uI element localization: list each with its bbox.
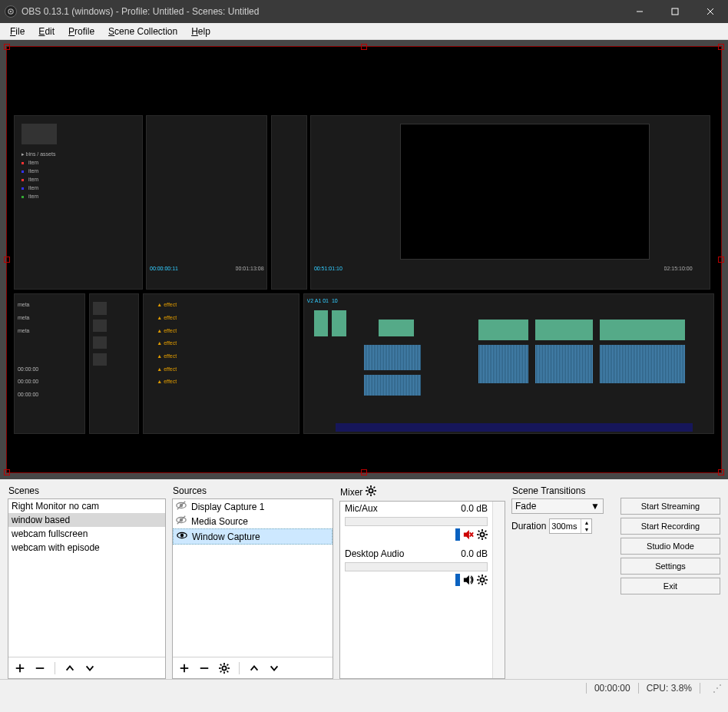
spinner-down[interactable]: ▼ — [581, 526, 591, 533]
preview-canvas[interactable]: ▸ bins / assets item item item item item… — [6, 46, 722, 473]
svg-line-25 — [220, 664, 222, 665]
source-label: Window Capture — [192, 532, 260, 542]
svg-rect-3 — [672, 8, 678, 15]
eye-off-icon[interactable] — [176, 515, 187, 528]
sources-move-down-button[interactable] — [267, 661, 281, 675]
transitions-panel: Scene Transitions Fade ▼ Duration ▲▼ — [511, 484, 604, 679]
scene-item[interactable]: webcam with episode — [8, 541, 165, 555]
svg-line-36 — [374, 487, 376, 488]
duration-input[interactable] — [550, 519, 581, 533]
scenes-remove-button[interactable] — [33, 661, 47, 675]
mixer-db-value: 0.0 dB — [461, 503, 488, 514]
captured-content: ▸ bins / assets item item item item item… — [7, 47, 721, 472]
minimize-button[interactable] — [622, 0, 657, 23]
sources-add-button[interactable] — [177, 661, 191, 675]
svg-line-58 — [485, 576, 487, 578]
chevron-down-icon: ▼ — [591, 501, 600, 512]
volume-slider-handle[interactable] — [455, 574, 460, 586]
source-label: Media Source — [191, 516, 248, 527]
maximize-button[interactable] — [657, 0, 693, 23]
transitions-label: Scene Transitions — [511, 484, 604, 498]
svg-line-59 — [478, 583, 480, 585]
status-cpu: CPU: 3.8% — [647, 683, 692, 694]
menu-edit[interactable]: Edit — [31, 25, 61, 38]
status-bar: 00:00:00 CPU: 3.8% ⋰ — [0, 679, 728, 696]
menu-bar: File Edit Profile Scene Collection Help — [0, 23, 728, 40]
mixer-db-value: 0.0 dB — [461, 548, 488, 559]
scene-item[interactable]: window based — [8, 513, 165, 527]
svg-line-34 — [367, 487, 369, 488]
volume-slider-handle[interactable] — [455, 528, 460, 541]
mixer-label: Mixer — [340, 487, 362, 498]
start-recording-button[interactable]: Start Recording — [620, 518, 720, 535]
svg-point-16 — [180, 534, 184, 537]
svg-line-47 — [485, 538, 487, 539]
svg-point-20 — [222, 666, 226, 670]
scenes-move-up-button[interactable] — [63, 661, 77, 675]
mixer-scrollbar[interactable] — [492, 502, 505, 678]
source-label: Display Capture 1 — [191, 502, 264, 512]
eye-icon[interactable] — [177, 530, 187, 543]
sources-panel: Sources Display Capture 1Media SourceWin… — [172, 484, 333, 679]
source-item[interactable]: Media Source — [173, 514, 333, 528]
svg-marker-50 — [464, 575, 469, 585]
window-title: OBS 0.13.1 (windows) - Profile: Untitled… — [22, 6, 622, 17]
settings-button[interactable]: Settings — [620, 558, 720, 575]
sources-properties-button[interactable] — [217, 661, 231, 675]
preview-area: ▸ bins / assets item item item item item… — [0, 40, 728, 479]
app-icon — [5, 5, 17, 18]
scenes-panel: Scenes Right Monitor no camwindow basedw… — [8, 484, 166, 679]
menu-file[interactable]: File — [3, 25, 31, 38]
mixer-panel: Mixer Mic/Aux0.0 dB Desktop Audio0.0 dB — [339, 484, 505, 679]
source-item[interactable]: Window Capture — [173, 528, 333, 545]
svg-point-51 — [480, 578, 484, 581]
bottom-panels: Scenes Right Monitor no camwindow basedw… — [0, 479, 728, 679]
scene-item[interactable]: Right Monitor no cam — [8, 499, 165, 513]
spinner-up[interactable]: ▲ — [581, 519, 591, 526]
exit-button[interactable]: Exit — [620, 578, 720, 594]
mixer-meter — [345, 562, 488, 571]
resize-grip-icon[interactable]: ⋰ — [713, 683, 722, 694]
mixer-channel: Desktop Audio0.0 dB — [340, 547, 492, 592]
duration-spinner[interactable]: ▲▼ — [549, 518, 592, 534]
svg-line-26 — [227, 671, 229, 672]
svg-line-48 — [485, 531, 487, 532]
scenes-move-down-button[interactable] — [83, 661, 97, 675]
mixer-channel-name: Desktop Audio — [345, 548, 404, 559]
sources-list[interactable]: Display Capture 1Media SourceWindow Capt… — [172, 498, 333, 679]
svg-line-46 — [478, 531, 480, 532]
scenes-add-button[interactable] — [13, 661, 27, 675]
controls-panel: Start Streaming Start Recording Studio M… — [620, 484, 720, 679]
svg-line-37 — [367, 494, 369, 495]
svg-line-28 — [220, 671, 222, 672]
svg-line-57 — [485, 583, 487, 585]
gear-icon[interactable] — [477, 529, 488, 542]
svg-line-56 — [478, 576, 480, 578]
studio-mode-button[interactable]: Studio Mode — [620, 538, 720, 555]
transition-select[interactable]: Fade ▼ — [511, 498, 604, 514]
speaker-icon[interactable] — [463, 575, 474, 588]
menu-scene-collection[interactable]: Scene Collection — [101, 25, 184, 38]
duration-label: Duration — [511, 521, 546, 532]
menu-help[interactable]: Help — [184, 25, 217, 38]
mixer-channel-name: Mic/Aux — [345, 503, 378, 514]
menu-profile[interactable]: Profile — [61, 25, 101, 38]
speaker-muted-icon[interactable] — [463, 529, 474, 542]
sources-label: Sources — [172, 484, 333, 498]
start-streaming-button[interactable]: Start Streaming — [620, 498, 720, 515]
eye-off-icon[interactable] — [176, 500, 187, 513]
scenes-label: Scenes — [8, 484, 166, 498]
sources-remove-button[interactable] — [197, 661, 211, 675]
scene-item[interactable]: webcam fullscreen — [8, 527, 165, 541]
title-bar: OBS 0.13.1 (windows) - Profile: Untitled… — [0, 0, 728, 23]
gear-icon[interactable] — [477, 575, 488, 588]
mixer-settings-icon[interactable] — [366, 485, 376, 498]
scenes-list[interactable]: Right Monitor no camwindow basedwebcam f… — [8, 498, 166, 679]
source-item[interactable]: Display Capture 1 — [173, 499, 333, 514]
close-button[interactable] — [693, 0, 728, 23]
sources-move-up-button[interactable] — [247, 661, 261, 675]
svg-marker-38 — [464, 530, 469, 539]
mixer-meter — [345, 517, 488, 526]
mixer-channel: Mic/Aux0.0 dB — [340, 502, 492, 547]
svg-line-35 — [374, 494, 376, 495]
